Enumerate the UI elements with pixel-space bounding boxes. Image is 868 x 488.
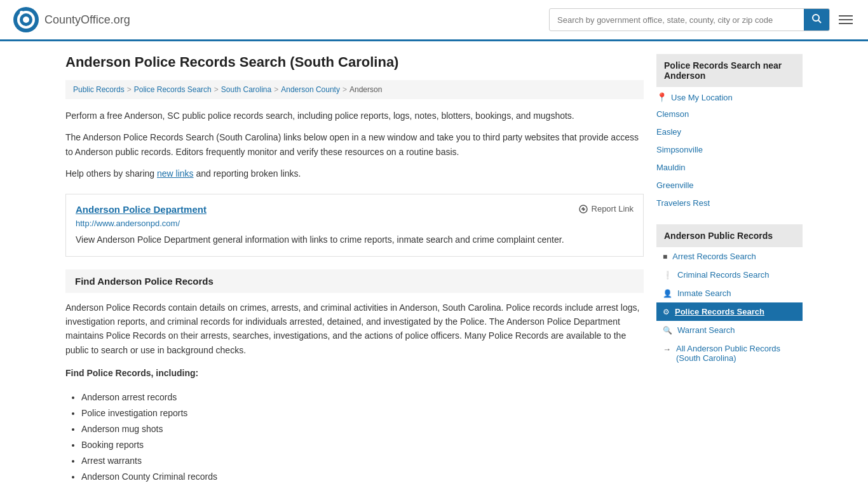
warrant-search-icon: 🔍	[663, 326, 672, 335]
menu-line	[839, 19, 853, 20]
new-links-link[interactable]: new links	[157, 168, 194, 179]
nearby-section-title: Police Records Search near Anderson	[656, 54, 803, 87]
find-body: Anderson Police Records contain details …	[65, 293, 644, 485]
content-area: Anderson Police Records Search (South Ca…	[65, 54, 644, 485]
search-input[interactable]	[550, 11, 804, 29]
menu-line	[839, 15, 853, 17]
nearby-section: Police Records Search near Anderson 📍 Us…	[656, 54, 803, 212]
record-card-header: Anderson Police Department Report Link	[76, 204, 634, 215]
list-item: Mauldin	[656, 158, 803, 176]
nearby-city-link[interactable]: Simpsonville	[656, 145, 703, 154]
record-title-link[interactable]: Anderson Police Department	[76, 204, 207, 215]
warrant-search-link[interactable]: Warrant Search	[677, 325, 735, 335]
list-item: Greenville	[656, 176, 803, 194]
search-icon	[811, 13, 822, 24]
logo-icon	[13, 6, 39, 33]
arrow-right-icon: →	[663, 344, 671, 354]
location-pin-icon: 📍	[656, 92, 667, 102]
list-item: Anderson arrest records	[81, 390, 644, 405]
list-item: Simpsonville	[656, 140, 803, 158]
inmate-search-link[interactable]: Inmate Search	[677, 288, 731, 298]
svg-point-3	[23, 17, 29, 23]
record-card: Anderson Police Department Report Link h…	[65, 194, 644, 257]
pub-record-item-active: ⚙ Police Records Search	[656, 302, 803, 321]
use-my-location-link[interactable]: Use My Location	[671, 93, 733, 102]
pub-record-item: ■ Arrest Records Search	[656, 247, 803, 266]
svg-line-6	[818, 20, 821, 23]
breadcrumb: Public Records > Police Records Search >…	[65, 80, 644, 99]
breadcrumb-current: Anderson	[349, 85, 382, 94]
breadcrumb-sep: >	[214, 85, 219, 94]
pub-record-item: 👤 Inmate Search	[656, 284, 803, 302]
list-item: Clemson	[656, 105, 803, 123]
breadcrumb-link[interactable]: Anderson County	[281, 85, 340, 94]
criminal-records-icon: ❕	[663, 271, 672, 280]
nearby-city-link[interactable]: Travelers Rest	[656, 198, 710, 208]
main-container: Anderson Police Records Search (South Ca…	[53, 41, 815, 488]
use-location-row: 📍 Use My Location	[656, 87, 803, 105]
description-3: Help others by sharing new links and rep…	[65, 166, 644, 180]
find-body-text: Anderson Police Records contain details …	[65, 301, 644, 358]
description-2: The Anderson Police Records Search (Sout…	[65, 130, 644, 159]
pub-record-item: ❕ Criminal Records Search	[656, 266, 803, 284]
record-description: View Anderson Police Department general …	[76, 233, 634, 247]
logo-text: CountyOffice.org	[44, 13, 130, 27]
nearby-city-link[interactable]: Easley	[656, 127, 681, 137]
desc-3-after: and reporting broken links.	[194, 168, 301, 179]
find-section-title: Find Anderson Police Records	[75, 276, 634, 287]
arrest-records-link[interactable]: Arrest Records Search	[672, 252, 756, 261]
find-sub-title: Find Police Records, including:	[65, 366, 644, 380]
list-item: Booking reports	[81, 437, 644, 453]
public-records-section-title: Anderson Public Records	[656, 224, 803, 247]
list-item: Police investigation reports	[81, 405, 644, 421]
header-right	[549, 8, 855, 31]
inmate-search-icon: 👤	[663, 289, 672, 298]
police-records-icon: ⚙	[663, 308, 670, 316]
sidebar: Police Records Search near Anderson 📍 Us…	[656, 54, 803, 485]
nearby-city-link[interactable]: Greenville	[656, 180, 694, 190]
all-records-link[interactable]: All Anderson Public Records (South Carol…	[676, 344, 796, 363]
description-1: Perform a free Anderson, SC public polic…	[65, 109, 644, 123]
nearby-links: Clemson Easley Simpsonville Mauldin Gree…	[656, 105, 803, 212]
menu-button[interactable]	[836, 13, 855, 27]
breadcrumb-link[interactable]: South Carolina	[221, 85, 271, 94]
svg-point-4	[20, 11, 24, 15]
pub-record-item: 🔍 Warrant Search	[656, 321, 803, 339]
menu-line	[839, 23, 853, 24]
nearby-city-link[interactable]: Clemson	[656, 109, 689, 119]
list-item: Arrest warrants	[81, 453, 644, 469]
list-item: Anderson County Criminal records	[81, 469, 644, 485]
breadcrumb-link[interactable]: Public Records	[73, 85, 125, 94]
find-list: Anderson arrest records Police investiga…	[65, 390, 644, 485]
page-title: Anderson Police Records Search (South Ca…	[65, 54, 644, 71]
public-records-section: Anderson Public Records ■ Arrest Records…	[656, 224, 803, 367]
pub-records-list: ■ Arrest Records Search ❕ Criminal Recor…	[656, 247, 803, 339]
desc-3-before: Help others by sharing	[65, 168, 157, 179]
find-section-header: Find Anderson Police Records	[65, 269, 644, 293]
breadcrumb-link[interactable]: Police Records Search	[134, 85, 212, 94]
report-icon	[578, 204, 588, 214]
svg-point-5	[813, 15, 819, 21]
all-records-row: → All Anderson Public Records (South Car…	[656, 339, 803, 367]
list-item: Anderson mug shots	[81, 421, 644, 437]
search-button[interactable]	[804, 9, 829, 30]
report-link-label: Report Link	[592, 204, 634, 214]
breadcrumb-sep: >	[127, 85, 132, 94]
breadcrumb-sep: >	[342, 85, 347, 94]
list-item: Travelers Rest	[656, 194, 803, 212]
logo-area[interactable]: CountyOffice.org	[13, 6, 130, 33]
nearby-city-link[interactable]: Mauldin	[656, 163, 686, 172]
record-url-link[interactable]: http://www.andersonpd.com/	[76, 219, 634, 228]
site-header: CountyOffice.org	[0, 0, 868, 41]
police-records-link[interactable]: Police Records Search	[675, 307, 764, 316]
breadcrumb-sep: >	[274, 85, 278, 94]
search-bar-wrap	[549, 8, 830, 31]
report-link-button[interactable]: Report Link	[578, 204, 634, 214]
criminal-records-link[interactable]: Criminal Records Search	[677, 270, 770, 280]
arrest-records-icon: ■	[663, 252, 667, 261]
list-item: Easley	[656, 123, 803, 140]
